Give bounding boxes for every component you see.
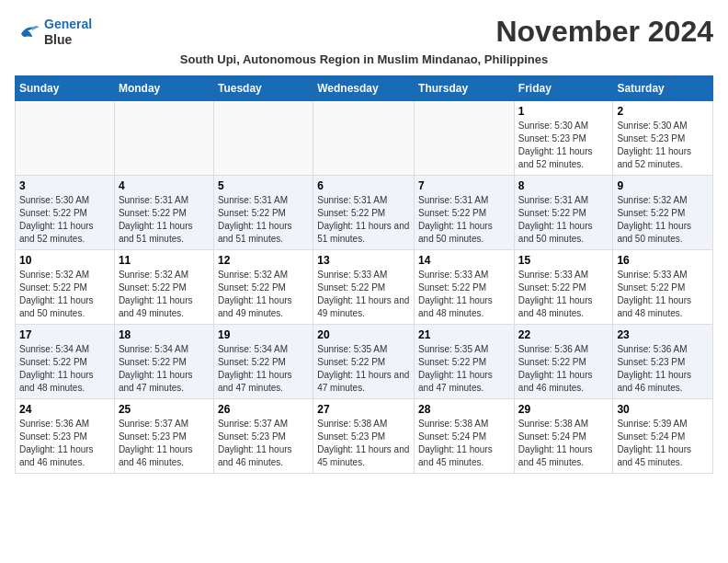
calendar-week-row: 1Sunrise: 5:30 AM Sunset: 5:23 PM Daylig… [16, 101, 713, 176]
calendar-cell [114, 101, 213, 176]
logo-line1: General [44, 17, 92, 31]
calendar-cell: 28Sunrise: 5:38 AM Sunset: 5:24 PM Dayli… [415, 399, 515, 474]
day-number: 20 [317, 328, 410, 341]
day-number: 18 [119, 328, 210, 341]
calendar-cell: 24Sunrise: 5:36 AM Sunset: 5:23 PM Dayli… [16, 399, 115, 474]
calendar-cell: 14Sunrise: 5:33 AM Sunset: 5:22 PM Dayli… [415, 250, 515, 325]
day-info: Sunrise: 5:32 AM Sunset: 5:22 PM Dayligh… [218, 269, 309, 320]
subtitle: South Upi, Autonomous Region in Muslim M… [15, 52, 713, 66]
day-info: Sunrise: 5:31 AM Sunset: 5:22 PM Dayligh… [218, 194, 309, 246]
calendar-cell: 10Sunrise: 5:32 AM Sunset: 5:22 PM Dayli… [16, 250, 115, 325]
day-info: Sunrise: 5:38 AM Sunset: 5:24 PM Dayligh… [518, 418, 609, 469]
calendar-cell: 30Sunrise: 5:39 AM Sunset: 5:24 PM Dayli… [613, 399, 713, 474]
day-number: 9 [617, 179, 709, 192]
day-number: 2 [617, 105, 709, 118]
logo-line2: Blue [44, 32, 92, 48]
calendar-week-row: 3Sunrise: 5:30 AM Sunset: 5:22 PM Daylig… [16, 176, 713, 250]
day-info: Sunrise: 5:31 AM Sunset: 5:22 PM Dayligh… [119, 194, 210, 246]
logo-icon [15, 19, 40, 45]
day-info: Sunrise: 5:34 AM Sunset: 5:22 PM Dayligh… [218, 343, 309, 395]
day-number: 1 [518, 105, 609, 118]
day-info: Sunrise: 5:36 AM Sunset: 5:23 PM Dayligh… [617, 343, 709, 395]
day-number: 22 [518, 328, 609, 341]
day-info: Sunrise: 5:32 AM Sunset: 5:22 PM Dayligh… [617, 194, 709, 246]
day-number: 6 [317, 179, 410, 192]
calendar-cell: 23Sunrise: 5:36 AM Sunset: 5:23 PM Dayli… [613, 325, 713, 399]
calendar-cell: 6Sunrise: 5:31 AM Sunset: 5:22 PM Daylig… [313, 176, 415, 250]
day-info: Sunrise: 5:31 AM Sunset: 5:22 PM Dayligh… [418, 194, 510, 246]
day-info: Sunrise: 5:39 AM Sunset: 5:24 PM Dayligh… [617, 418, 709, 469]
day-number: 3 [19, 179, 110, 192]
calendar-cell: 7Sunrise: 5:31 AM Sunset: 5:22 PM Daylig… [415, 176, 515, 250]
calendar-cell: 1Sunrise: 5:30 AM Sunset: 5:23 PM Daylig… [514, 101, 613, 176]
calendar-cell: 8Sunrise: 5:31 AM Sunset: 5:22 PM Daylig… [514, 176, 613, 250]
weekday-header-monday: Monday [114, 76, 213, 101]
weekday-header-friday: Friday [514, 76, 613, 101]
day-number: 16 [617, 254, 709, 267]
day-info: Sunrise: 5:34 AM Sunset: 5:22 PM Dayligh… [19, 343, 110, 395]
day-info: Sunrise: 5:32 AM Sunset: 5:22 PM Dayligh… [119, 269, 210, 320]
day-number: 25 [119, 403, 210, 416]
calendar-cell: 4Sunrise: 5:31 AM Sunset: 5:22 PM Daylig… [114, 176, 213, 250]
day-info: Sunrise: 5:30 AM Sunset: 5:22 PM Dayligh… [19, 194, 110, 246]
day-info: Sunrise: 5:35 AM Sunset: 5:22 PM Dayligh… [418, 343, 510, 395]
calendar-cell: 12Sunrise: 5:32 AM Sunset: 5:22 PM Dayli… [213, 250, 313, 325]
day-info: Sunrise: 5:33 AM Sunset: 5:22 PM Dayligh… [518, 269, 609, 320]
calendar-table: SundayMondayTuesdayWednesdayThursdayFrid… [15, 75, 713, 474]
day-number: 23 [617, 328, 709, 341]
calendar-cell: 17Sunrise: 5:34 AM Sunset: 5:22 PM Dayli… [16, 325, 115, 399]
logo: General Blue [15, 17, 92, 48]
day-info: Sunrise: 5:30 AM Sunset: 5:23 PM Dayligh… [617, 120, 709, 171]
calendar-week-row: 17Sunrise: 5:34 AM Sunset: 5:22 PM Dayli… [16, 325, 713, 399]
day-number: 29 [518, 403, 609, 416]
calendar-cell [16, 101, 115, 176]
calendar-cell: 9Sunrise: 5:32 AM Sunset: 5:22 PM Daylig… [613, 176, 713, 250]
day-info: Sunrise: 5:37 AM Sunset: 5:23 PM Dayligh… [218, 418, 309, 469]
day-number: 24 [19, 403, 110, 416]
calendar-cell: 5Sunrise: 5:31 AM Sunset: 5:22 PM Daylig… [213, 176, 313, 250]
weekday-header-sunday: Sunday [16, 76, 115, 101]
day-info: Sunrise: 5:33 AM Sunset: 5:22 PM Dayligh… [617, 269, 709, 320]
logo-text: General Blue [44, 17, 92, 48]
day-number: 10 [19, 254, 110, 267]
calendar-cell: 20Sunrise: 5:35 AM Sunset: 5:22 PM Dayli… [313, 325, 415, 399]
month-title: November 2024 [495, 15, 713, 49]
day-info: Sunrise: 5:30 AM Sunset: 5:23 PM Dayligh… [518, 120, 609, 171]
weekday-header-saturday: Saturday [613, 76, 713, 101]
day-number: 11 [119, 254, 210, 267]
calendar-cell: 13Sunrise: 5:33 AM Sunset: 5:22 PM Dayli… [313, 250, 415, 325]
day-number: 30 [617, 403, 709, 416]
day-number: 14 [418, 254, 510, 267]
day-info: Sunrise: 5:33 AM Sunset: 5:22 PM Dayligh… [317, 269, 410, 320]
day-info: Sunrise: 5:38 AM Sunset: 5:23 PM Dayligh… [317, 418, 410, 469]
calendar-cell: 22Sunrise: 5:36 AM Sunset: 5:22 PM Dayli… [514, 325, 613, 399]
day-number: 12 [218, 254, 309, 267]
day-number: 26 [218, 403, 309, 416]
day-number: 7 [418, 179, 510, 192]
calendar-cell [313, 101, 415, 176]
calendar-cell [213, 101, 313, 176]
day-info: Sunrise: 5:35 AM Sunset: 5:22 PM Dayligh… [317, 343, 410, 395]
day-number: 15 [518, 254, 609, 267]
day-info: Sunrise: 5:32 AM Sunset: 5:22 PM Dayligh… [19, 269, 110, 320]
weekday-header-tuesday: Tuesday [213, 76, 313, 101]
calendar-cell: 21Sunrise: 5:35 AM Sunset: 5:22 PM Dayli… [415, 325, 515, 399]
calendar-cell [415, 101, 515, 176]
calendar-cell: 29Sunrise: 5:38 AM Sunset: 5:24 PM Dayli… [514, 399, 613, 474]
calendar-week-row: 24Sunrise: 5:36 AM Sunset: 5:23 PM Dayli… [16, 399, 713, 474]
day-info: Sunrise: 5:34 AM Sunset: 5:22 PM Dayligh… [119, 343, 210, 395]
page-header: General Blue November 2024 [15, 15, 713, 49]
calendar-cell: 26Sunrise: 5:37 AM Sunset: 5:23 PM Dayli… [213, 399, 313, 474]
calendar-cell: 18Sunrise: 5:34 AM Sunset: 5:22 PM Dayli… [114, 325, 213, 399]
calendar-cell: 2Sunrise: 5:30 AM Sunset: 5:23 PM Daylig… [613, 101, 713, 176]
weekday-header-row: SundayMondayTuesdayWednesdayThursdayFrid… [16, 76, 713, 101]
day-number: 28 [418, 403, 510, 416]
calendar-cell: 11Sunrise: 5:32 AM Sunset: 5:22 PM Dayli… [114, 250, 213, 325]
calendar-week-row: 10Sunrise: 5:32 AM Sunset: 5:22 PM Dayli… [16, 250, 713, 325]
calendar-cell: 3Sunrise: 5:30 AM Sunset: 5:22 PM Daylig… [16, 176, 115, 250]
calendar-cell: 25Sunrise: 5:37 AM Sunset: 5:23 PM Dayli… [114, 399, 213, 474]
day-info: Sunrise: 5:31 AM Sunset: 5:22 PM Dayligh… [317, 194, 410, 246]
calendar-cell: 15Sunrise: 5:33 AM Sunset: 5:22 PM Dayli… [514, 250, 613, 325]
calendar-cell: 27Sunrise: 5:38 AM Sunset: 5:23 PM Dayli… [313, 399, 415, 474]
day-number: 21 [418, 328, 510, 341]
